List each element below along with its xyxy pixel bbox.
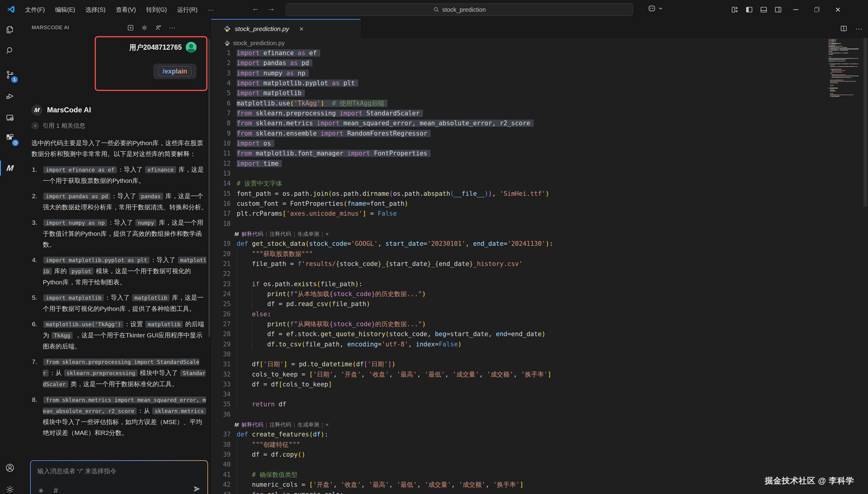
panel-settings-icon[interactable] [140, 23, 149, 32]
codelens-action[interactable]: 解释代码 [241, 422, 263, 428]
code-token: get_quote_history [321, 330, 385, 338]
code-token: sklearn.preprocessing [252, 110, 340, 117]
explain-item: 5.import matplotlib：导入了 matplotlib 库，这是一… [31, 292, 207, 314]
code-token: os.path. [259, 281, 294, 288]
customize-layout-icon[interactable] [731, 6, 739, 14]
explain-command-chip[interactable]: /explain [158, 66, 192, 76]
line-number: 4 [211, 78, 231, 88]
command-center-search[interactable]: stock_prediction [286, 3, 633, 16]
code-token: '日期' [313, 371, 333, 378]
minimap-line [829, 47, 861, 48]
code-token: ( [290, 100, 294, 107]
code-editor[interactable]: 1import efinance as ef2import pandas as … [211, 48, 868, 494]
indent-guide [237, 349, 237, 359]
toggle-secondary-sidebar-icon[interactable] [774, 6, 782, 14]
slash-command-icon[interactable] [37, 487, 44, 494]
code-line: 25 df = pd.read_csv(file_path) [211, 299, 868, 309]
codelens-close-icon[interactable]: × [325, 422, 329, 428]
context-hash-icon[interactable]: # [54, 486, 58, 494]
code-token: 'SimHei.ttf' [500, 190, 546, 197]
code-token: = [378, 341, 382, 348]
code-token: ) [458, 341, 462, 348]
code-line: 8from sklearn.metrics import mean_square… [211, 118, 868, 128]
sidebar-scrollbar[interactable] [208, 39, 210, 337]
window-minimize-button[interactable] [785, 0, 806, 19]
sidebar-item-remote-explorer[interactable] [0, 109, 20, 127]
line-number: 41 [211, 470, 231, 480]
code-token: df = df [237, 381, 278, 388]
minimap-line [829, 63, 861, 64]
menu-item-5[interactable]: 运行(R) [172, 4, 203, 16]
breadcrumb[interactable]: stock_prediction.py [211, 38, 868, 48]
tab-stock-prediction[interactable]: stock_prediction.py × [211, 19, 361, 38]
sidebar-item-source-control[interactable]: 1 [0, 65, 20, 84]
menu-more-button[interactable]: ··· [203, 4, 219, 16]
code-token: stock_code, [389, 330, 435, 338]
code-token: os.path. [393, 190, 423, 197]
chat-input[interactable]: 输入消息或者 “/” 来选择指令 # [31, 461, 207, 494]
editor-more-actions[interactable]: ··· [855, 24, 863, 33]
explain-item: 8.from sklearn.metrics import mean_squar… [31, 394, 207, 438]
nav-back-button[interactable]: ← [250, 4, 262, 13]
menu-item-4[interactable]: 转到(G) [141, 4, 172, 16]
line-number: 38 [211, 440, 231, 450]
codelens-action[interactable]: 注释代码 [270, 231, 291, 237]
code-line: 7from sklearn.preprocessing import Stand… [211, 109, 868, 118]
send-icon[interactable] [193, 485, 201, 493]
split-editor-icon[interactable] [840, 25, 848, 32]
sidebar-item-search[interactable] [0, 41, 20, 60]
codelens-action[interactable]: 解释代码 [241, 231, 263, 237]
menu-item-1[interactable]: 编辑(E) [50, 4, 80, 16]
indent-guide [237, 480, 237, 490]
copilot-menu-button[interactable] [648, 4, 663, 13]
code-token: } [378, 260, 382, 267]
code-token: '日期' [264, 361, 284, 368]
nav-forward-button[interactable]: → [265, 4, 277, 13]
sidebar-item-explorer[interactable] [0, 20, 20, 39]
reference-toggle[interactable]: › 引用 1 相关信息 [31, 121, 207, 130]
explain-text: ：设置 [124, 321, 145, 327]
sidebar-item-run-debug[interactable] [0, 87, 20, 106]
codelens-action[interactable]: 生成单测 [297, 231, 319, 237]
code-line: 31 df['日期'] = pd.to_datetime(df['日期']) [211, 359, 868, 369]
code-token: exists [294, 281, 317, 288]
code-token: else [252, 310, 267, 318]
codelens-action[interactable]: 生成单测 [297, 422, 319, 428]
explain-item: 4.import matplotlib.pyplot as plt：导入了 ma… [31, 254, 207, 288]
codelens-close-icon[interactable]: × [325, 231, 329, 237]
menu-item-0[interactable]: 文件(F) [20, 4, 50, 16]
indent-guide [237, 440, 237, 450]
code-token: '开盘' [341, 371, 361, 378]
menu-item-3[interactable]: 查看(V) [111, 4, 141, 16]
code-token: """获取股票数据""" [252, 250, 313, 258]
tab-close-icon[interactable]: × [297, 25, 306, 33]
code-line: 14# 设置中文字体 [211, 178, 868, 189]
toggle-sidebar-icon[interactable] [745, 6, 753, 14]
code-token: '最高' [397, 371, 417, 378]
settings-gear-button[interactable] [0, 480, 20, 494]
indent-guide [237, 399, 237, 410]
code-token: ( [286, 290, 290, 298]
marscode-panel: MARSCODE AI ··· 用户2048712765 /explain M … [20, 19, 211, 494]
search-icon [433, 7, 439, 13]
code-token: f [290, 321, 294, 328]
code-token: , [361, 481, 369, 488]
line-number: 35 [211, 399, 231, 410]
window-restore-button[interactable] [806, 0, 827, 19]
account-button[interactable] [0, 458, 20, 477]
code-token: # 使用TkAgg后端 [332, 100, 384, 107]
codelens-action[interactable]: 注释代码 [270, 422, 291, 428]
editor-scrollbar[interactable] [864, 38, 867, 207]
panel-more-button[interactable]: ··· [168, 23, 177, 32]
minimap[interactable] [829, 39, 861, 97]
code-token: False [378, 210, 397, 217]
window-close-button[interactable]: × [827, 0, 848, 19]
new-chat-button[interactable] [126, 23, 135, 32]
share-profile-icon[interactable] [154, 23, 163, 32]
toggle-panel-icon[interactable] [760, 6, 767, 14]
sidebar-item-marscode-ai[interactable]: M [0, 159, 20, 177]
minimap-line [829, 95, 861, 95]
sidebar-item-extensions[interactable] [0, 128, 20, 147]
menu-item-2[interactable]: 选择(S) [80, 4, 111, 16]
minimap-line [829, 57, 861, 57]
